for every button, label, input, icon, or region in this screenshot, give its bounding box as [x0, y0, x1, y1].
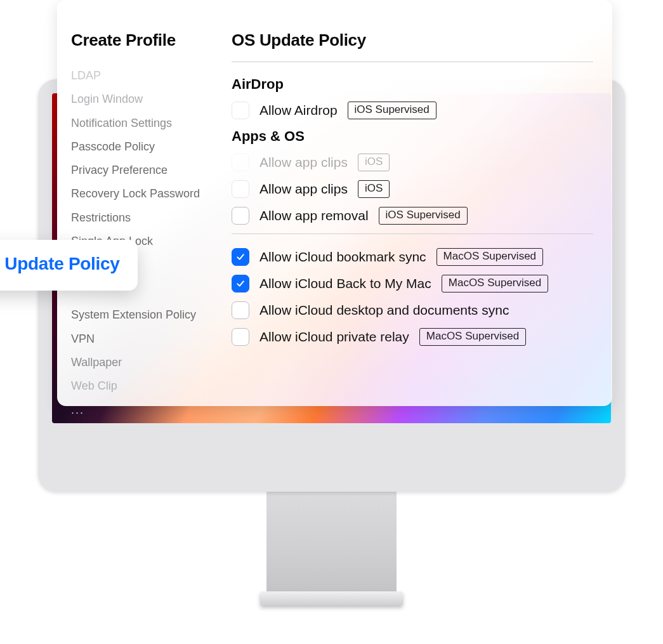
sidebar-item[interactable]: Login Window — [71, 91, 225, 107]
sidebar-item[interactable]: LDAP — [71, 68, 225, 83]
check-icon — [235, 279, 246, 289]
platform-tag: iOS — [358, 154, 390, 171]
platform-tag: MacOS Supervised — [442, 275, 548, 292]
checkbox[interactable] — [232, 102, 249, 119]
option-row: Allow app clipsiOS — [232, 180, 593, 198]
sidebar-item[interactable]: ... — [71, 402, 225, 417]
option-label: Allow app clips — [259, 155, 348, 170]
section-heading: AirDrop — [232, 76, 593, 93]
section-divider — [232, 233, 593, 234]
platform-tag: iOS — [358, 180, 390, 197]
sidebar-item[interactable]: VPN — [71, 331, 225, 346]
option-label: Allow iCloud desktop and documents sync — [259, 303, 509, 318]
option-label: Allow iCloud Back to My Mac — [259, 276, 431, 291]
checkbox[interactable] — [232, 328, 249, 346]
sidebar-item[interactable]: Privacy Preference — [71, 162, 225, 178]
checkbox[interactable] — [232, 248, 249, 266]
main-content: OS Update Policy AirDropAllow AirdropiOS… — [225, 0, 612, 406]
profile-panel: Create Profile LDAPLogin WindowNotificat… — [57, 0, 612, 406]
checkbox[interactable] — [232, 275, 249, 292]
imac-stand-neck — [266, 489, 397, 596]
sidebar-item[interactable]: Passcode Policy — [71, 139, 225, 154]
section-heading: Apps & OS — [232, 128, 593, 145]
option-row: Allow app removaliOS Supervised — [232, 207, 593, 225]
option-row: Allow iCloud desktop and documents sync — [232, 301, 593, 319]
checkbox[interactable] — [232, 180, 249, 198]
option-label: Allow Airdrop — [259, 103, 338, 118]
sidebar-item[interactable]: Restrictions — [71, 210, 225, 225]
imac-stand-base — [260, 591, 403, 605]
checkbox[interactable] — [232, 154, 249, 171]
option-label: Allow iCloud bookmark sync — [259, 249, 426, 265]
platform-tag: MacOS Supervised — [437, 248, 543, 265]
check-icon — [235, 252, 246, 262]
sidebar-item[interactable]: System Extension Policy — [71, 307, 225, 322]
sidebar-item[interactable]: Web Clip — [71, 378, 225, 393]
checkbox[interactable] — [232, 207, 249, 225]
sidebar-item[interactable]: Recovery Lock Password — [71, 186, 225, 201]
option-label: Allow app clips — [259, 181, 348, 197]
option-row: Allow iCloud bookmark syncMacOS Supervis… — [232, 248, 593, 266]
option-row: Allow AirdropiOS Supervised — [232, 102, 593, 119]
platform-tag: iOS Supervised — [348, 102, 437, 119]
sidebar-item[interactable]: Notification Settings — [71, 115, 225, 131]
platform-tag: MacOS Supervised — [419, 328, 526, 345]
option-label: Allow iCloud private relay — [259, 329, 409, 345]
sidebar-highlighted-item[interactable]: OS Update Policy — [0, 240, 138, 291]
option-label: Allow app removal — [259, 208, 369, 223]
sidebar-title: Create Profile — [71, 30, 225, 50]
sidebar-highlighted-label: OS Update Policy — [0, 254, 120, 273]
platform-tag: iOS Supervised — [379, 207, 468, 224]
option-row: Allow app clipsiOS — [232, 154, 593, 171]
page-title: OS Update Policy — [232, 30, 593, 62]
sidebar: Create Profile LDAPLogin WindowNotificat… — [57, 0, 225, 406]
sidebar-item[interactable]: Wallpaper — [71, 355, 225, 370]
checkbox[interactable] — [232, 301, 249, 319]
option-row: Allow iCloud Back to My MacMacOS Supervi… — [232, 275, 593, 292]
option-row: Allow iCloud private relayMacOS Supervis… — [232, 328, 593, 346]
